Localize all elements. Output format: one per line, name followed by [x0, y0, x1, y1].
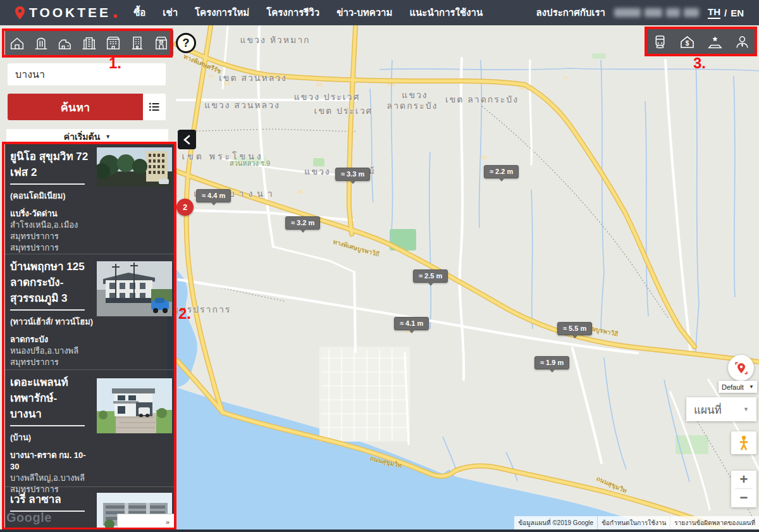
map-type-dropdown[interactable]: แผนที่ ▼	[686, 397, 756, 421]
chevron-down-icon: ▼	[743, 406, 749, 412]
map-type-label: แผนที่	[694, 401, 722, 418]
price-marker[interactable]: ≈ 3.3 m	[335, 168, 370, 181]
brand-dot	[114, 15, 117, 18]
house-icon[interactable]	[8, 34, 26, 52]
listing-type: (บ้าน)	[10, 431, 94, 444]
phone-number-redacted	[614, 8, 699, 17]
nav-item-new-projects[interactable]: โครงการใหม่	[195, 5, 249, 20]
project-price-icon[interactable]: $	[679, 34, 696, 51]
nav-right: ลงประกาศกับเรา TH / EN	[536, 5, 744, 20]
listing-title: ยูนิโอ สุขุมวิท 72	[10, 149, 94, 164]
street-view-pegman-button[interactable]	[731, 431, 756, 454]
lang-separator: /	[724, 8, 727, 18]
nav-item-news-articles[interactable]: ข่าว-บทความ	[336, 5, 392, 20]
area-label: สมุทรปราการ	[166, 302, 231, 316]
chevron-down-icon: ▼	[749, 384, 754, 390]
listing-area: แบริ่ง-วัดด่าน	[10, 208, 94, 220]
search-input[interactable]	[8, 63, 166, 85]
area-label: แขวง	[304, 164, 330, 178]
map-style-dropdown[interactable]: Default ▼	[719, 381, 757, 393]
chevron-down-icon: ▼	[105, 133, 111, 140]
listing-type: (คอนโดมิเนียม)	[10, 189, 94, 202]
listing-thumbnail	[97, 147, 172, 187]
lang-th[interactable]: TH	[708, 6, 720, 19]
pegman-icon	[739, 434, 749, 452]
listing-address: สมุทรปราการ	[10, 231, 94, 242]
listing-address: สำโรงเหนือ,อ.เมือง	[10, 220, 94, 231]
price-marker[interactable]: ≈ 4.4 m	[196, 189, 231, 202]
map-style-label: Default	[722, 383, 744, 391]
listing-thumbnail	[97, 378, 172, 433]
zoom-in-button[interactable]: +	[731, 471, 756, 488]
language-toggle: TH / EN	[708, 6, 744, 19]
listings-panel: ยูนิโอ สุขุมวิท 72 เฟส 2 (คอนโดมิเนียม) …	[5, 144, 176, 532]
list-icon	[148, 101, 161, 113]
price-marker[interactable]: ≈ 1.9 m	[534, 356, 569, 369]
attribution-data: ข้อมูลแผนที่ ©2019 Google	[514, 516, 597, 529]
sidebar-collapse-button[interactable]	[178, 130, 196, 149]
brand-logo[interactable]: TOOKTEE	[15, 5, 117, 20]
price-marker[interactable]: ≈ 3.2 m	[285, 216, 320, 230]
my-location-button[interactable]	[728, 355, 754, 381]
map-pin-icon	[15, 6, 25, 20]
price-marker[interactable]: ≈ 4.1 m	[394, 317, 429, 330]
listing-card[interactable]: เดอะแพลนท์ เทพารักษ์- บางนา (บ้าน) บางนา…	[5, 370, 176, 487]
office-building-icon[interactable]	[80, 34, 98, 52]
area-label: แขวง สวนหลวง	[204, 98, 280, 112]
google-watermark: Google	[6, 510, 52, 525]
area-label: เขต ลาดกระบัง	[445, 92, 519, 106]
help-button[interactable]: ?	[176, 33, 196, 53]
townhouse-icon[interactable]	[56, 34, 74, 52]
landmark-icon[interactable]	[707, 34, 724, 51]
attribution-terms-link[interactable]: ข้อกำหนดในการใช้งาน	[598, 516, 670, 529]
agent-icon[interactable]	[734, 34, 751, 51]
zoom-control: + −	[731, 471, 756, 507]
list-view-button[interactable]	[143, 94, 166, 120]
dormitory-icon[interactable]	[128, 34, 146, 52]
nav-item-usage-guide[interactable]: แนะนำการใช้งาน	[409, 5, 483, 20]
area-label: ลาดกระบัง	[387, 99, 438, 113]
numbered-map-pin[interactable]: 2	[176, 199, 194, 216]
main-menu: ซื้อ เช่า โครงการใหม่ โครงการรีวิว ข่าว-…	[133, 5, 483, 20]
nav-item-buy[interactable]: ซื้อ	[133, 5, 145, 20]
sort-dropdown[interactable]: ค่าเริ่มต้น ▼	[6, 129, 168, 144]
price-marker[interactable]: ≈ 5.5 m	[557, 322, 592, 335]
price-marker[interactable]: ≈ 2.5 m	[413, 269, 448, 283]
attribution-report-link[interactable]: รายงานข้อผิดพลาดของแผนที่	[670, 516, 759, 529]
title-underline	[10, 309, 85, 311]
pagination-next-button[interactable]: »	[117, 514, 176, 530]
listing-title: เฟส 2	[10, 164, 94, 180]
search-button[interactable]: ค้นหา	[8, 94, 143, 120]
map-layer-toolbar: $	[646, 29, 756, 55]
bottom-edge-bar	[0, 529, 759, 532]
title-underline	[10, 183, 85, 185]
listing-thumbnail	[97, 261, 172, 316]
listing-type: (ทาวน์เฮ้าส์/ ทาวน์โฮม)	[10, 315, 94, 328]
property-type-filter-bar	[5, 30, 173, 56]
price-marker[interactable]: ≈ 2.2 m	[484, 165, 519, 178]
listing-title: บางนา	[10, 406, 94, 422]
listing-address: สมุทรปราการ	[10, 357, 94, 368]
listing-card[interactable]: ยูนิโอ สุขุมวิท 72 เฟส 2 (คอนโดมิเนียม) …	[5, 144, 176, 254]
post-listing-link[interactable]: ลงประกาศกับเรา	[536, 5, 605, 20]
brand-name: TOOKTEE	[29, 5, 111, 20]
area-label: แขวง หัวหมาก	[240, 33, 310, 47]
zoom-out-button[interactable]: −	[731, 489, 756, 507]
listing-card[interactable]: บ้านพฤกษา 125 ลาดกระบัง- สุวรรณภูมิ 3 (ท…	[5, 254, 176, 370]
apartment-icon[interactable]	[104, 34, 122, 52]
title-underline	[10, 425, 85, 426]
listing-title: เดอะแพลนท์	[10, 374, 94, 390]
listing-area: บางนา-ตราด กม. 10-30	[10, 450, 94, 473]
top-nav: TOOKTEE ซื้อ เช่า โครงการใหม่ โครงการรีว…	[0, 0, 759, 25]
nav-item-project-reviews[interactable]: โครงการรีวิว	[266, 5, 319, 20]
listing-title: สุวรรณภูมิ 3	[10, 290, 94, 306]
area-label: แขวง ประเวศ	[294, 90, 361, 104]
transit-icon[interactable]	[651, 34, 669, 51]
listing-title: เวรี่ ลาซาล	[10, 492, 94, 507]
commercial-building-icon[interactable]	[152, 34, 170, 52]
chevron-left-icon	[183, 135, 191, 145]
nav-item-rent[interactable]: เช่า	[163, 5, 178, 20]
lang-en[interactable]: EN	[731, 8, 744, 18]
listing-title: ลาดกระบัง-	[10, 275, 94, 290]
condo-tower-icon[interactable]	[32, 34, 50, 52]
